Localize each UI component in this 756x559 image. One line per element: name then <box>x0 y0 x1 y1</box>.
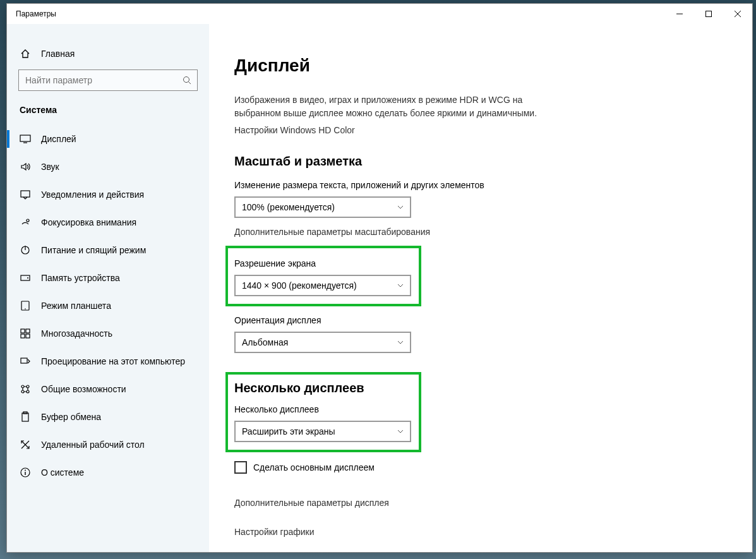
resolution-dropdown[interactable]: 1440 × 900 (рекомендуется) <box>234 275 411 296</box>
sidebar-item-label: Звук <box>41 162 59 172</box>
multitask-icon <box>20 328 31 339</box>
tablet-icon <box>20 300 31 311</box>
svg-point-15 <box>25 308 26 310</box>
project-icon <box>20 356 31 367</box>
hdr-description: Изображения в видео, играх и приложениях… <box>234 93 550 120</box>
notifications-icon <box>20 189 31 200</box>
multi-heading: Несколько дисплеев <box>234 381 412 395</box>
sidebar-item-4[interactable]: Питание и спящий режим <box>7 236 209 264</box>
close-button[interactable] <box>723 4 752 24</box>
home-label: Главная <box>41 49 75 59</box>
orientation-value: Альбомная <box>242 337 288 347</box>
svg-rect-1 <box>706 11 712 17</box>
window-controls <box>665 4 752 24</box>
svg-rect-6 <box>20 135 30 141</box>
clipboard-icon <box>20 411 31 423</box>
power-icon <box>20 244 31 256</box>
scale-label: Изменение размера текста, приложений и д… <box>234 180 727 190</box>
scale-advanced-link[interactable]: Дополнительные параметры масштабирования <box>234 227 727 237</box>
minimize-button[interactable] <box>665 4 694 24</box>
body: Главная Система ДисплейЗвукУведомления и… <box>7 24 752 552</box>
window-title: Параметры <box>16 9 56 18</box>
multi-dropdown[interactable]: Расширить эти экраны <box>234 421 411 442</box>
svg-point-22 <box>27 385 29 388</box>
orientation-dropdown[interactable]: Альбомная <box>234 332 411 353</box>
sidebar-item-6[interactable]: Режим планшета <box>7 292 209 320</box>
chevron-down-icon <box>397 430 404 433</box>
advanced-display-link[interactable]: Дополнительные параметры дисплея <box>234 498 727 508</box>
sidebar-item-7[interactable]: Многозадачность <box>7 320 209 347</box>
resolution-value: 1440 × 900 (рекомендуется) <box>242 280 357 291</box>
sidebar-item-label: О системе <box>41 467 84 478</box>
svg-point-9 <box>27 219 29 222</box>
svg-point-29 <box>25 470 26 471</box>
sidebar-item-label: Буфер обмена <box>41 412 101 422</box>
home-icon <box>20 48 31 59</box>
storage-icon <box>20 272 31 284</box>
svg-point-13 <box>27 277 28 279</box>
remote-icon <box>20 439 31 450</box>
make-main-checkbox[interactable] <box>234 461 247 474</box>
sidebar-item-label: Память устройства <box>41 273 120 283</box>
svg-point-4 <box>184 77 189 83</box>
search-wrap <box>7 66 209 99</box>
svg-rect-16 <box>21 329 25 333</box>
svg-rect-18 <box>21 334 25 338</box>
focus-icon <box>20 217 31 228</box>
page-title: Дисплей <box>234 56 727 76</box>
sidebar-item-11[interactable]: Удаленный рабочий стол <box>7 431 209 459</box>
sidebar-item-label: Фокусировка внимания <box>41 217 136 227</box>
main-content: Дисплей Изображения в видео, играх и при… <box>209 24 752 552</box>
chevron-down-icon <box>397 284 404 287</box>
graphics-link[interactable]: Настройки графики <box>234 527 727 537</box>
sidebar-item-8[interactable]: Проецирование на этот компьютер <box>7 347 209 375</box>
sidebar-item-5[interactable]: Память устройства <box>7 264 209 292</box>
scale-dropdown[interactable]: 100% (рекомендуется) <box>234 196 411 218</box>
sidebar: Главная Система ДисплейЗвукУведомления и… <box>7 24 209 552</box>
sidebar-item-label: Многозадачность <box>41 328 112 339</box>
sidebar-item-10[interactable]: Буфер обмена <box>7 403 209 431</box>
maximize-button[interactable] <box>694 4 723 24</box>
sidebar-item-9[interactable]: Общие возможности <box>7 375 209 403</box>
sidebar-item-2[interactable]: Уведомления и действия <box>7 181 209 208</box>
orientation-label: Ориентация дисплея <box>234 315 727 325</box>
sidebar-item-3[interactable]: Фокусировка внимания <box>7 208 209 236</box>
about-icon <box>20 467 31 478</box>
sidebar-item-0[interactable]: Дисплей <box>7 125 209 153</box>
sidebar-item-label: Режим планшета <box>41 301 111 311</box>
chevron-down-icon <box>397 205 404 209</box>
sidebar-item-1[interactable]: Звук <box>7 153 209 181</box>
resolution-highlight: Разрешение экрана 1440 × 900 (рекомендуе… <box>225 246 421 306</box>
sidebar-item-12[interactable]: О системе <box>7 459 209 486</box>
sidebar-item-label: Общие возможности <box>41 384 126 394</box>
search-input[interactable] <box>18 69 198 91</box>
home-link[interactable]: Главная <box>7 43 209 66</box>
chevron-down-icon <box>397 340 404 344</box>
svg-line-5 <box>189 82 191 85</box>
titlebar: Параметры <box>7 4 752 24</box>
make-main-row: Сделать основным дисплеем <box>234 461 727 474</box>
svg-rect-8 <box>21 191 30 197</box>
sound-icon <box>20 161 31 172</box>
resolution-label: Разрешение экрана <box>234 258 412 268</box>
svg-rect-25 <box>22 413 28 421</box>
make-main-label: Сделать основным дисплеем <box>253 462 375 472</box>
svg-point-24 <box>27 390 29 393</box>
multi-label: Несколько дисплеев <box>234 404 412 414</box>
nav-list: ДисплейЗвукУведомления и действияФокусир… <box>7 125 209 486</box>
sidebar-item-label: Питание и спящий режим <box>41 245 146 255</box>
sidebar-item-label: Дисплей <box>41 134 76 144</box>
hdr-color-link[interactable]: Настройки Windows HD Color <box>234 125 727 135</box>
sidebar-item-label: Уведомления и действия <box>41 189 144 200</box>
svg-rect-20 <box>21 358 27 363</box>
multi-display-highlight: Несколько дисплеев Несколько дисплеев Ра… <box>225 372 421 452</box>
search-icon <box>183 76 191 85</box>
svg-point-23 <box>21 390 24 393</box>
shared-icon <box>20 383 31 395</box>
scale-value: 100% (рекомендуется) <box>242 202 335 212</box>
settings-window: Параметры Главная <box>6 3 753 553</box>
sidebar-item-label: Удаленный рабочий стол <box>41 440 145 450</box>
display-icon <box>20 133 31 145</box>
svg-point-21 <box>21 385 24 388</box>
svg-rect-17 <box>26 329 30 333</box>
